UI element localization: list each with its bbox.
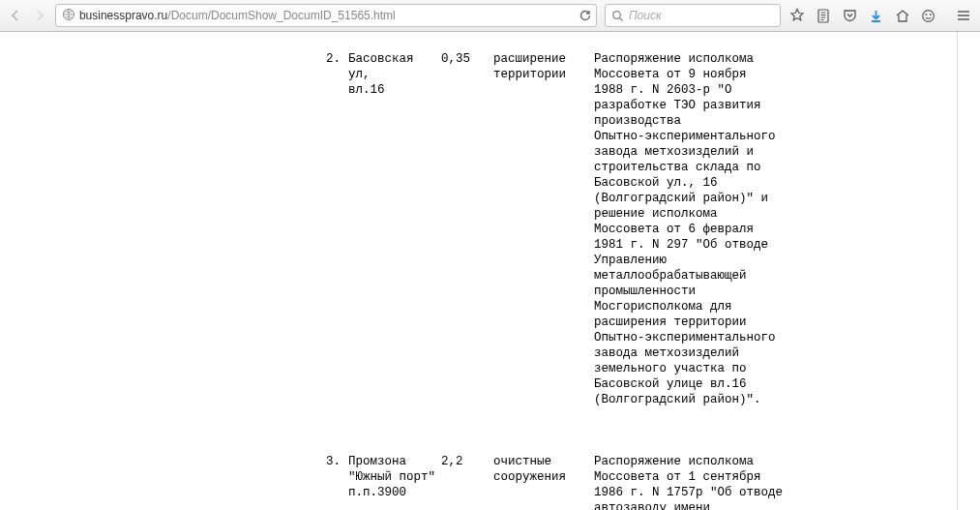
home-button[interactable] [890, 4, 914, 27]
row-area: 2,2 [441, 454, 493, 510]
globe-icon [62, 8, 75, 24]
search-icon [611, 10, 624, 22]
document-body: 2. Басовская ул, вл.16 0,35 расширение т… [0, 32, 957, 510]
row-area: 0,35 [441, 51, 493, 407]
search-bar[interactable] [605, 4, 781, 27]
address-bar[interactable]: businesspravo.ru/Docum/DocumShow_DocumID… [55, 4, 597, 27]
table-row: 3. Промзона "Южный порт" п.п.3900 2,2 оч… [0, 454, 957, 510]
bookmark-button[interactable] [785, 4, 809, 27]
url-text: businesspravo.ru/Docum/DocumShow_DocumID… [79, 9, 575, 22]
row-basis: Распоряжение исполкома Моссовета от 9 но… [594, 51, 791, 407]
pocket-button[interactable] [837, 4, 861, 27]
svg-point-1 [613, 11, 621, 18]
forward-button[interactable] [28, 4, 50, 27]
refresh-button[interactable] [579, 9, 592, 22]
browser-toolbar: businesspravo.ru/Docum/DocumShow_DocumID… [0, 0, 980, 32]
table-row: 2. Басовская ул, вл.16 0,35 расширение т… [0, 51, 957, 407]
row-address: Басовская ул, вл.16 [348, 51, 441, 407]
svg-point-4 [926, 14, 928, 15]
svg-rect-2 [818, 10, 828, 22]
row-number: 2. [0, 51, 348, 407]
back-button[interactable] [4, 4, 26, 27]
page-content[interactable]: 2. Басовская ул, вл.16 0,35 расширение т… [0, 32, 958, 510]
smile-button[interactable] [916, 4, 940, 27]
row-number: 3. [0, 454, 348, 510]
downloads-button[interactable] [864, 4, 888, 27]
reading-list-button[interactable] [811, 4, 835, 27]
search-input[interactable] [629, 9, 774, 22]
row-purpose: расширение территории [493, 51, 594, 407]
row-address: Промзона "Южный порт" п.п.3900 [348, 454, 441, 510]
svg-point-5 [930, 14, 932, 15]
menu-button[interactable] [952, 4, 976, 27]
row-basis: Распоряжение исполкома Моссовета от 1 се… [594, 454, 791, 510]
svg-point-3 [923, 10, 935, 21]
row-purpose: очистные сооружения [493, 454, 594, 510]
